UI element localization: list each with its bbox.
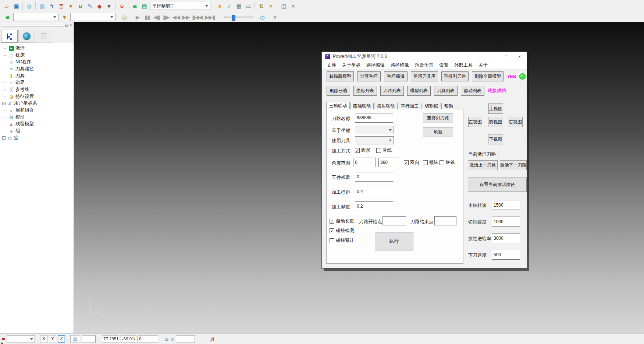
menu-path-edit[interactable]: 路径编辑 xyxy=(363,61,388,70)
tab-parallel[interactable]: 平行加工 xyxy=(398,103,421,109)
web-globe-tab[interactable] xyxy=(18,30,35,43)
tab-saw[interactable]: 切割锯 xyxy=(422,103,441,109)
menu-about[interactable]: 关于 xyxy=(476,61,491,70)
tool-raise-icon[interactable]: ⇅ xyxy=(256,1,266,10)
plunge-speed-input[interactable] xyxy=(492,250,520,260)
menu-external-tools[interactable]: 外部工具 xyxy=(451,61,476,70)
rapid-moves-icon[interactable]: ↰ xyxy=(47,1,56,10)
shaded-view-icon[interactable]: ◍ xyxy=(24,1,34,10)
rearrange-toolpaths-button[interactable]: 重排列刀路 xyxy=(423,113,453,123)
bottom-view-button[interactable]: 下视图 xyxy=(488,134,503,144)
cutting-speed-input[interactable] xyxy=(492,217,520,227)
tree-item-macros[interactable]: +▤宏 xyxy=(2,134,74,141)
tool-activate-icon[interactable]: ★ xyxy=(215,1,224,10)
set-active-path-button[interactable]: 设置当前激活路径 xyxy=(468,178,527,192)
go-to-start-icon[interactable]: ▮◀◀ xyxy=(191,13,203,21)
step-forward-icon[interactable]: ▮▶ xyxy=(161,13,171,21)
tree-item-toolpaths[interactable]: ≋刀具路径 xyxy=(2,66,74,73)
save-project-icon[interactable]: ▣ xyxy=(11,1,21,10)
coordinate-z-field[interactable] xyxy=(138,335,158,343)
simulation-tool-dropdown[interactable] xyxy=(70,13,115,21)
checkbox-box[interactable]: ✓ xyxy=(330,228,334,233)
tree-item-groups[interactable]: ◈组 xyxy=(2,127,74,134)
checkbox-box[interactable] xyxy=(423,160,428,165)
collision-check-icon[interactable]: ∪ xyxy=(117,1,127,10)
minimize-icon[interactable]: — xyxy=(491,54,495,59)
fast-forward-icon[interactable]: ▶▶ xyxy=(181,13,191,21)
simulation-toolpath-dropdown[interactable] xyxy=(13,13,58,21)
pattern-icon[interactable]: ◆ xyxy=(95,1,104,10)
collision-check-checkbox[interactable]: ✓碰撞检测 xyxy=(330,228,354,234)
strategy-list-icon[interactable]: ▤ xyxy=(139,1,149,10)
measure-field[interactable] xyxy=(176,335,195,343)
active-toolpath-icon[interactable]: ≋ xyxy=(130,1,139,10)
xinghe-tool-library-button[interactable]: 星河刀具库 xyxy=(411,71,438,81)
right-view-button[interactable]: 右视图 xyxy=(508,117,523,127)
paste-new-model-button[interactable]: 粘贴新模型 xyxy=(327,71,354,81)
tab-4axis[interactable]: 四轴联动 xyxy=(350,103,374,109)
coordinate-list-button[interactable]: 坐标列表 xyxy=(353,86,377,96)
clock-icon[interactable]: ◷ xyxy=(257,13,267,21)
rearrange-toolpaths-button[interactable]: 重排列刀路 xyxy=(441,71,469,81)
axis-readout-icon[interactable]: ≣ xyxy=(165,337,169,341)
tool-list-button[interactable]: 刀具列表 xyxy=(434,86,458,96)
expand-icon[interactable]: + xyxy=(2,136,6,140)
delete-selected-button[interactable]: 删除已选 xyxy=(327,86,350,96)
block-icon[interactable]: ▧ xyxy=(37,1,47,10)
tree-item-patterns[interactable]: ╳参考线 xyxy=(2,86,74,93)
grid-size-field[interactable] xyxy=(82,335,96,343)
block-edit-button[interactable]: 毛坯编辑 xyxy=(384,71,408,81)
tree-item-models[interactable]: ▧模型 xyxy=(2,114,74,121)
auto-length-checkbox[interactable]: ✓自动长度 xyxy=(330,218,354,224)
toolpath-icon[interactable]: ≋ xyxy=(3,13,12,21)
close-icon[interactable]: × xyxy=(518,54,521,59)
angle-start-input[interactable] xyxy=(353,158,376,167)
drive-list-button[interactable]: 驱动列表 xyxy=(461,86,484,96)
checkbox-box[interactable]: ✓ xyxy=(404,160,409,165)
step-back-icon[interactable]: ◀▮ xyxy=(152,13,161,21)
front-view-button[interactable]: 前视图 xyxy=(488,117,503,127)
lightbulb-icon[interactable]: ◎ xyxy=(120,13,129,21)
rewind-icon[interactable]: ◀◀ xyxy=(171,13,181,21)
close-panel-icon[interactable]: × xyxy=(70,23,72,28)
close-toolbar-icon[interactable]: × xyxy=(288,1,298,10)
skim-feed-input[interactable] xyxy=(492,233,520,243)
feeds-speeds-icon[interactable]: ≣ xyxy=(56,1,66,10)
open-project-icon[interactable]: ▱ xyxy=(2,1,11,10)
workplane-dropdown[interactable] xyxy=(7,335,35,343)
left-view-button[interactable]: 左视图 xyxy=(468,117,482,127)
checkbox-box[interactable] xyxy=(376,148,381,153)
tree-item-activate[interactable]: ►激活 xyxy=(2,45,74,52)
checkbox-box[interactable] xyxy=(330,238,334,243)
axis-y-button[interactable]: Y xyxy=(49,335,56,343)
slider-handle[interactable] xyxy=(232,15,235,21)
recycle-bin-tab[interactable] xyxy=(36,30,52,43)
use-tool-select[interactable] xyxy=(355,136,394,144)
tree-item-workplanes[interactable]: +∠用户坐标系 xyxy=(2,100,74,107)
conventional-mill-checkbox[interactable]: 逆铣 xyxy=(440,159,455,166)
coordinate-y-field[interactable] xyxy=(121,335,136,343)
top-view-button[interactable]: 上视图 xyxy=(488,103,503,114)
toolpath-list-button[interactable]: 刀路列表 xyxy=(380,86,404,96)
menu-path-mirror[interactable]: 路径镜像 xyxy=(388,61,412,70)
tab-head[interactable]: 摆头联动 xyxy=(374,103,398,109)
calculator-icon[interactable]: ▦ xyxy=(234,1,243,10)
bidirectional-checkbox[interactable]: ✓双向 xyxy=(404,159,419,166)
pause-icon[interactable]: ▮▮ xyxy=(142,13,152,21)
refresh-button[interactable]: 刷新 xyxy=(423,127,453,137)
checkbox-box[interactable] xyxy=(440,160,444,165)
based-coordinate-select[interactable] xyxy=(355,126,394,134)
line-checkbox[interactable]: 直线 xyxy=(376,147,392,154)
transform-model-icon[interactable]: × xyxy=(266,1,275,10)
stepover-input[interactable] xyxy=(355,187,393,196)
probe-position-icon[interactable]: ⊕ xyxy=(170,337,174,341)
axis-z-button[interactable]: Z xyxy=(58,335,65,343)
axis-x-button[interactable]: X xyxy=(40,335,47,343)
panel-grip[interactable]: ◱ × xyxy=(0,22,74,28)
boundary-edit-icon[interactable]: ✎ xyxy=(85,1,95,10)
activate-previous-toolpath-button[interactable]: 激活上一刀路 xyxy=(468,160,498,170)
circle-checkbox[interactable]: ✓圆形 xyxy=(355,147,370,154)
collision-avoid-checkbox[interactable]: 碰撞避让 xyxy=(330,238,354,244)
tool-holder-icon[interactable]: ▼ xyxy=(104,1,114,10)
ruler-icon[interactable]: ▭ xyxy=(243,1,253,10)
